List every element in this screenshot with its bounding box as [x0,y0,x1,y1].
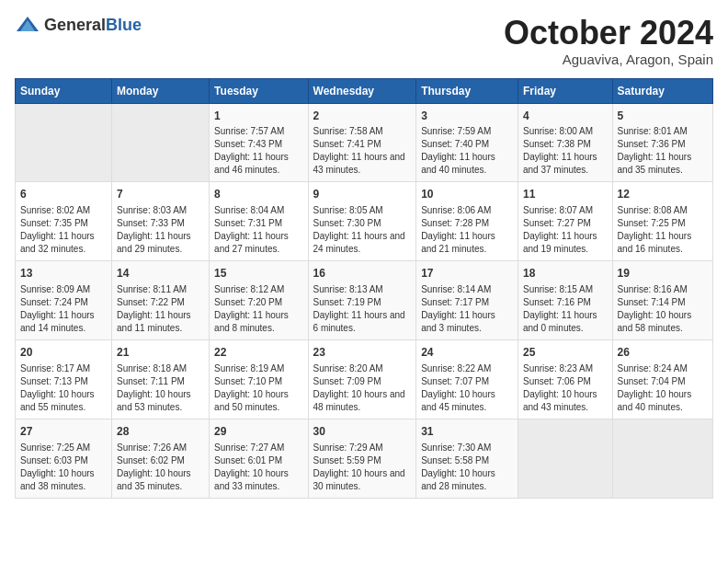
calendar-cell: 12Sunrise: 8:08 AMSunset: 7:25 PMDayligh… [612,182,712,261]
day-info: Sunrise: 8:17 AMSunset: 7:13 PMDaylight:… [20,362,107,414]
day-number: 26 [618,345,708,361]
day-number: 2 [313,109,412,124]
calendar-cell: 6Sunrise: 8:02 AMSunset: 7:35 PMDaylight… [16,182,112,261]
calendar-cell: 1Sunrise: 7:57 AMSunset: 7:43 PMDaylight… [210,103,308,182]
day-info: Sunrise: 7:57 AMSunset: 7:43 PMDaylight:… [214,125,302,177]
logo-general: General [44,16,106,34]
day-info: Sunrise: 8:15 AMSunset: 7:16 PMDaylight:… [523,283,608,335]
calendar-cell: 21Sunrise: 8:18 AMSunset: 7:11 PMDayligh… [112,339,210,419]
day-info: Sunrise: 8:03 AMSunset: 7:33 PMDaylight:… [117,204,204,256]
calendar-cell: 14Sunrise: 8:11 AMSunset: 7:22 PMDayligh… [112,261,210,340]
logo-text: GeneralBlue [44,16,142,35]
day-info: Sunrise: 8:14 AMSunset: 7:17 PMDaylight:… [421,283,513,335]
calendar-cell: 28Sunrise: 7:26 AMSunset: 6:02 PMDayligh… [112,419,210,498]
calendar-table: SundayMondayTuesdayWednesdayThursdayFrid… [15,78,713,499]
day-number: 19 [618,266,708,282]
calendar-cell: 19Sunrise: 8:16 AMSunset: 7:14 PMDayligh… [612,261,712,340]
day-info: Sunrise: 8:09 AMSunset: 7:24 PMDaylight:… [20,283,107,335]
calendar-cell: 27Sunrise: 7:25 AMSunset: 6:03 PMDayligh… [16,419,112,498]
calendar-cell: 26Sunrise: 8:24 AMSunset: 7:04 PMDayligh… [612,339,712,419]
calendar-week-row: 1Sunrise: 7:57 AMSunset: 7:43 PMDaylight… [16,103,713,182]
day-info: Sunrise: 7:30 AMSunset: 5:58 PMDaylight:… [421,442,513,493]
calendar-cell: 18Sunrise: 8:15 AMSunset: 7:16 PMDayligh… [518,261,612,340]
calendar-cell: 3Sunrise: 7:59 AMSunset: 7:40 PMDaylight… [416,103,518,182]
day-info: Sunrise: 8:13 AMSunset: 7:19 PMDaylight:… [313,283,412,335]
day-number: 18 [523,266,608,282]
day-number: 7 [117,187,204,202]
calendar-cell: 2Sunrise: 7:58 AMSunset: 7:41 PMDaylight… [308,103,416,182]
day-info: Sunrise: 8:11 AMSunset: 7:22 PMDaylight:… [117,283,204,335]
day-number: 13 [20,266,107,282]
day-info: Sunrise: 8:00 AMSunset: 7:38 PMDaylight:… [523,125,608,177]
day-number: 6 [20,187,107,202]
day-number: 14 [117,266,204,282]
calendar-cell [612,419,712,498]
calendar-week-row: 27Sunrise: 7:25 AMSunset: 6:03 PMDayligh… [16,419,713,498]
day-info: Sunrise: 7:59 AMSunset: 7:40 PMDaylight:… [421,125,513,177]
month-title: October 2024 [504,15,713,52]
day-number: 8 [214,187,302,202]
calendar-cell: 5Sunrise: 8:01 AMSunset: 7:36 PMDaylight… [612,103,712,182]
calendar-cell: 8Sunrise: 8:04 AMSunset: 7:31 PMDaylight… [210,182,308,261]
calendar-cell: 15Sunrise: 8:12 AMSunset: 7:20 PMDayligh… [210,261,308,340]
column-header-thursday: Thursday [416,78,518,103]
calendar-cell: 23Sunrise: 8:20 AMSunset: 7:09 PMDayligh… [308,339,416,419]
calendar-cell: 13Sunrise: 8:09 AMSunset: 7:24 PMDayligh… [16,261,112,340]
calendar-cell: 22Sunrise: 8:19 AMSunset: 7:10 PMDayligh… [210,339,308,419]
day-info: Sunrise: 8:16 AMSunset: 7:14 PMDaylight:… [618,283,708,335]
day-number: 10 [421,187,513,202]
column-header-wednesday: Wednesday [308,78,416,103]
day-info: Sunrise: 8:01 AMSunset: 7:36 PMDaylight:… [618,125,708,177]
day-info: Sunrise: 8:06 AMSunset: 7:28 PMDaylight:… [421,204,513,256]
calendar-cell: 29Sunrise: 7:27 AMSunset: 6:01 PMDayligh… [210,419,308,498]
day-number: 25 [523,345,608,361]
calendar-cell: 30Sunrise: 7:29 AMSunset: 5:59 PMDayligh… [308,419,416,498]
calendar-cell: 24Sunrise: 8:22 AMSunset: 7:07 PMDayligh… [416,339,518,419]
day-info: Sunrise: 7:29 AMSunset: 5:59 PMDaylight:… [313,442,412,493]
calendar-cell: 31Sunrise: 7:30 AMSunset: 5:58 PMDayligh… [416,419,518,498]
day-info: Sunrise: 8:07 AMSunset: 7:27 PMDaylight:… [523,204,608,256]
day-number: 16 [313,266,412,282]
calendar-header-row: SundayMondayTuesdayWednesdayThursdayFrid… [16,78,713,103]
day-info: Sunrise: 8:20 AMSunset: 7:09 PMDaylight:… [313,362,412,414]
title-block: October 2024 Aguaviva, Aragon, Spain [504,15,713,67]
day-info: Sunrise: 8:18 AMSunset: 7:11 PMDaylight:… [117,362,204,414]
calendar-cell: 20Sunrise: 8:17 AMSunset: 7:13 PMDayligh… [16,339,112,419]
day-number: 21 [117,345,204,361]
day-number: 20 [20,345,107,361]
calendar-cell: 7Sunrise: 8:03 AMSunset: 7:33 PMDaylight… [112,182,210,261]
calendar-cell [112,103,210,182]
column-header-tuesday: Tuesday [210,78,308,103]
day-number: 12 [618,187,708,202]
day-info: Sunrise: 8:19 AMSunset: 7:10 PMDaylight:… [214,362,302,414]
day-number: 24 [421,345,513,361]
day-number: 27 [20,424,107,440]
day-info: Sunrise: 7:26 AMSunset: 6:02 PMDaylight:… [117,442,204,493]
day-number: 22 [214,345,302,361]
column-header-sunday: Sunday [16,78,112,103]
day-info: Sunrise: 8:12 AMSunset: 7:20 PMDaylight:… [214,283,302,335]
day-info: Sunrise: 7:58 AMSunset: 7:41 PMDaylight:… [313,125,412,177]
calendar-cell: 17Sunrise: 8:14 AMSunset: 7:17 PMDayligh… [416,261,518,340]
day-number: 29 [214,424,302,440]
column-header-friday: Friday [518,78,612,103]
day-number: 4 [523,109,608,124]
column-header-saturday: Saturday [612,78,712,103]
day-info: Sunrise: 7:27 AMSunset: 6:01 PMDaylight:… [214,442,302,493]
calendar-cell: 16Sunrise: 8:13 AMSunset: 7:19 PMDayligh… [308,261,416,340]
day-number: 1 [214,109,302,124]
calendar-cell: 10Sunrise: 8:06 AMSunset: 7:28 PMDayligh… [416,182,518,261]
day-info: Sunrise: 8:02 AMSunset: 7:35 PMDaylight:… [20,204,107,256]
logo-blue: Blue [106,16,142,34]
day-info: Sunrise: 8:08 AMSunset: 7:25 PMDaylight:… [618,204,708,256]
calendar-cell [518,419,612,498]
day-info: Sunrise: 8:24 AMSunset: 7:04 PMDaylight:… [618,362,708,414]
day-info: Sunrise: 8:04 AMSunset: 7:31 PMDaylight:… [214,204,302,256]
calendar-cell [16,103,112,182]
logo-icon [15,15,40,35]
logo: GeneralBlue [15,15,142,35]
day-info: Sunrise: 8:05 AMSunset: 7:30 PMDaylight:… [313,204,412,256]
calendar-cell: 9Sunrise: 8:05 AMSunset: 7:30 PMDaylight… [308,182,416,261]
day-number: 11 [523,187,608,202]
column-header-monday: Monday [112,78,210,103]
